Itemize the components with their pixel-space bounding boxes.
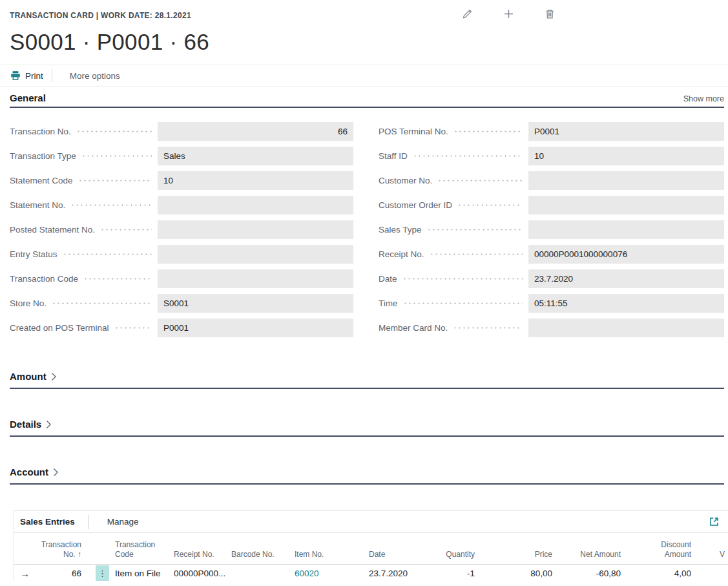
field-store-no: Store No. S0001 (10, 291, 353, 315)
account-section: Account (10, 465, 724, 485)
delete-icon[interactable] (544, 8, 556, 19)
row-cell-transaction-code[interactable]: ⋮ Item on File (83, 565, 174, 581)
row-cell-discount-amount[interactable]: 4,00 (626, 569, 699, 578)
expand-part-icon[interactable] (709, 516, 720, 527)
more-options-button[interactable]: More options (70, 71, 120, 81)
date-field[interactable]: 23.7.2020 (528, 269, 724, 288)
column-header-discount-amount[interactable]: Discount Amount (626, 540, 699, 560)
transaction-type-field[interactable]: Sales (158, 147, 353, 165)
sales-type-field[interactable] (528, 220, 724, 239)
field-statement-code: Statement Code 10 (10, 168, 353, 193)
time-field[interactable]: 05:11:55 (528, 294, 724, 313)
field-label: Transaction No. (10, 127, 71, 136)
column-header-receipt-no[interactable]: Receipt No. (174, 550, 231, 560)
statement-code-field[interactable]: 10 (158, 171, 353, 190)
transaction-no-field[interactable]: 66 (158, 122, 353, 141)
dotted-leader (70, 204, 152, 206)
transaction-code-value: Item on File (115, 569, 161, 578)
field-time: Time 05:11:55 (379, 291, 724, 315)
field-label: Sales Type (379, 225, 422, 235)
dotted-leader (83, 278, 152, 280)
dotted-leader (457, 204, 523, 206)
field-customer-order-id: Customer Order ID (379, 193, 724, 217)
dotted-leader (52, 302, 152, 304)
field-member-card-no: Member Card No. (379, 315, 724, 340)
details-section: Details (10, 417, 724, 437)
row-cell-quantity[interactable]: -1 (440, 569, 484, 578)
field-entry-status: Entry Status (10, 242, 353, 266)
active-row-arrow-icon: → (20, 568, 30, 579)
sales-entries-part: Sales Entries Manage Transaction No. ↑ T… (14, 510, 728, 580)
row-cell-transaction-no[interactable]: 66 (36, 569, 83, 578)
row-cell-receipt-no[interactable]: 00000P000... (174, 569, 231, 578)
dotted-leader (453, 131, 523, 132)
field-sales-type: Sales Type (379, 217, 724, 242)
amount-section-header[interactable]: Amount (10, 370, 724, 389)
row-cell-date[interactable]: 23.7.2020 (369, 569, 440, 578)
account-section-header[interactable]: Account (10, 465, 724, 485)
field-transaction-type: Transaction Type Sales (10, 143, 353, 168)
created-on-pos-terminal-field[interactable]: P0001 (158, 319, 353, 337)
dotted-leader (114, 327, 152, 329)
row-cell-price[interactable]: 80,00 (484, 569, 555, 578)
dotted-leader (402, 278, 523, 280)
field-label: Time (379, 298, 398, 308)
column-header-price[interactable]: Price (484, 550, 555, 560)
show-more-link[interactable]: Show more (683, 94, 724, 103)
dotted-leader (63, 253, 152, 255)
details-section-header[interactable]: Details (10, 417, 724, 437)
store-no-field[interactable]: S0001 (158, 294, 353, 313)
statement-no-field[interactable] (158, 196, 353, 215)
entry-status-field[interactable] (158, 245, 353, 264)
page-title: S0001 · P0001 · 66 (10, 28, 728, 56)
field-label: Customer Order ID (379, 200, 452, 210)
column-header-item-no[interactable]: Item No. (295, 550, 369, 560)
chevron-right-icon (53, 468, 59, 477)
field-label: Posted Statement No. (10, 225, 95, 235)
field-label: Staff ID (379, 151, 408, 161)
receipt-no-field[interactable]: 00000P0001000000076 (528, 245, 724, 264)
general-section-title[interactable]: General (10, 92, 46, 103)
member-card-no-field[interactable] (528, 319, 724, 337)
field-label: Entry Status (10, 249, 57, 259)
action-bar: Print More options (0, 65, 728, 87)
staff-id-field[interactable]: 10 (528, 147, 724, 165)
card-command-icons (461, 8, 556, 19)
customer-order-id-field[interactable] (528, 196, 724, 215)
row-cell-net-amount[interactable]: -60,80 (555, 569, 626, 578)
column-header-vat-clipped[interactable]: V (699, 550, 728, 560)
field-date: Date 23.7.2020 (379, 266, 724, 291)
column-header-net-amount[interactable]: Net Amount (555, 550, 626, 560)
dotted-leader (403, 302, 523, 304)
customer-no-field[interactable] (528, 171, 724, 190)
column-header-transaction-no[interactable]: Transaction No. ↑ (36, 540, 83, 560)
posted-statement-no-field[interactable] (158, 220, 353, 239)
transaction-code-field[interactable] (158, 269, 353, 288)
field-created-on-pos-terminal: Created on POS Terminal P0001 (10, 315, 353, 340)
dotted-leader (81, 155, 152, 157)
print-button[interactable]: Print (10, 70, 43, 81)
edit-icon[interactable] (461, 8, 473, 19)
column-header-transaction-code[interactable]: Transaction Code (83, 540, 174, 560)
column-header-date[interactable]: Date (369, 550, 440, 560)
column-header-barcode-no[interactable]: Barcode No. (231, 550, 295, 560)
field-pos-terminal-no: POS Terminal No. P0001 (379, 119, 724, 143)
field-transaction-no: Transaction No. 66 (10, 119, 353, 143)
pos-terminal-no-field[interactable]: P0001 (528, 122, 724, 141)
row-cell-item-no[interactable]: 60020 (295, 569, 369, 578)
column-header-discount-amount-label: Discount Amount (654, 540, 691, 560)
grid-header-row: Transaction No. ↑ Transaction Code Recei… (14, 533, 728, 565)
new-icon[interactable] (503, 8, 514, 19)
tab-sales-entries[interactable]: Sales Entries (20, 517, 75, 527)
account-section-title: Account (10, 465, 48, 479)
column-header-quantity[interactable]: Quantity (440, 550, 484, 560)
item-no-link[interactable]: 60020 (295, 569, 319, 578)
field-label: Store No. (10, 298, 47, 308)
field-label: Statement No. (10, 200, 65, 210)
field-label: Member Card No. (379, 323, 448, 333)
fields-left-column: Transaction No. 66 Transaction Type Sale… (10, 119, 353, 340)
cell-context-menu-icon[interactable]: ⋮ (96, 565, 109, 581)
dotted-leader (76, 131, 152, 132)
manage-menu[interactable]: Manage (107, 517, 139, 527)
field-label: POS Terminal No. (379, 127, 448, 136)
